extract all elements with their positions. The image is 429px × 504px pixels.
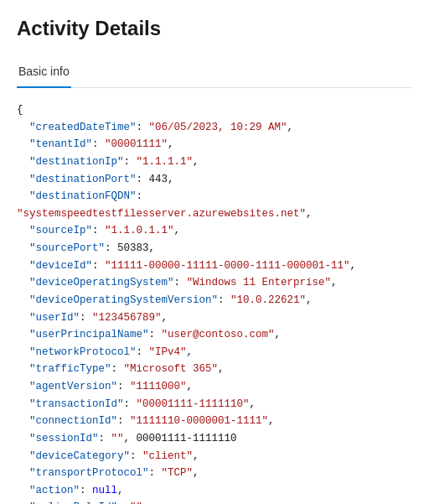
tab-bar: Basic info [17,57,412,88]
activity-details-panel: Activity Details Basic info { "createdDa… [0,0,429,504]
json-content-block: { "createdDateTime": "06/05/2023, 10:29 … [17,101,412,504]
page-title: Activity Details [17,13,412,40]
tab-basic-info[interactable]: Basic info [17,58,71,88]
